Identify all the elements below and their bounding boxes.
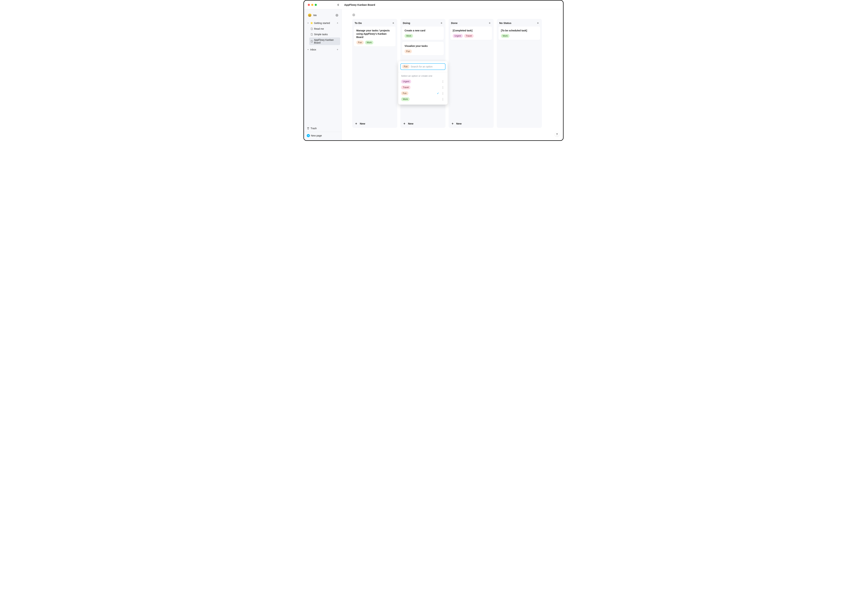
column-add-button[interactable]: ＋: [488, 21, 491, 24]
tag-picker-popup: FunSelect an option or create oneUrgent⋮…: [398, 61, 448, 105]
trash-button[interactable]: Trash: [305, 126, 340, 131]
more-icon[interactable]: ⋮: [441, 92, 445, 95]
new-page-button[interactable]: + New page: [305, 133, 340, 138]
more-icon[interactable]: ⋮: [441, 97, 445, 101]
trash-label: Trash: [311, 127, 317, 130]
column-add-button[interactable]: ＋: [392, 21, 395, 24]
add-page-button[interactable]: ＋: [336, 48, 339, 51]
window-controls: [304, 3, 342, 6]
tag-option-work[interactable]: Work⋮: [401, 97, 446, 102]
card-tags: Work: [501, 34, 538, 38]
column-cards: [To be scheduled task]Work: [497, 27, 542, 128]
sidebar-item-label: Simple tasks: [314, 33, 328, 36]
new-label: New: [408, 122, 413, 125]
sidebar-item-kanban-board[interactable]: AppFlowy Kanban Board: [309, 38, 340, 45]
add-page-button[interactable]: ＋: [336, 21, 339, 25]
card[interactable]: Manage your tasks / projects using AppFl…: [354, 27, 396, 47]
tag-urgent[interactable]: Urgent: [453, 34, 463, 38]
plus-icon: +: [307, 134, 310, 137]
card-title: Create a new card: [405, 29, 441, 32]
plus-icon: ＋: [355, 122, 358, 125]
nav-tree: ▾ ⭐ Getting started ＋ Read me: [304, 20, 342, 53]
plus-icon: ＋: [403, 122, 406, 125]
column-title: No Status: [499, 22, 511, 24]
sidebar-item-simple-tasks[interactable]: Simple tasks: [309, 32, 340, 37]
column-title: Doing: [403, 22, 410, 24]
new-label: New: [456, 122, 462, 125]
more-icon[interactable]: ⋮: [441, 80, 445, 83]
column-cards: Manage your tasks / projects using AppFl…: [352, 27, 397, 120]
tag-work[interactable]: Work: [405, 34, 413, 38]
column-title: Done: [451, 22, 458, 24]
card[interactable]: Visualize your tasksFun: [402, 42, 444, 55]
board-settings-button[interactable]: [352, 13, 563, 16]
document-icon: [311, 28, 313, 30]
card-tags: Work: [405, 34, 441, 38]
user-name: Me: [313, 14, 317, 17]
tag-search-input[interactable]: [411, 65, 444, 68]
page-title: AppFlowy Kanban Board: [342, 3, 375, 6]
card[interactable]: [To be scheduled task]Work: [498, 27, 540, 40]
selected-tag-chip[interactable]: Fun: [402, 65, 409, 69]
close-window-button[interactable]: [308, 4, 310, 6]
card-title: [Completed task]: [453, 29, 490, 32]
column-header: Done＋: [449, 19, 494, 27]
maximize-window-button[interactable]: [315, 4, 317, 6]
card-tags: Fun: [405, 49, 441, 53]
help-button[interactable]: ?: [555, 132, 559, 137]
sidebar-item-readme[interactable]: Read me: [309, 26, 340, 31]
column-add-button[interactable]: ＋: [536, 21, 539, 24]
card-title: [To be scheduled task]: [501, 29, 538, 32]
tag-work[interactable]: Work: [501, 34, 509, 38]
card[interactable]: Create a new cardWork: [402, 27, 444, 40]
check-icon: ✓: [437, 92, 439, 95]
new-label: New: [360, 122, 365, 125]
document-icon: [311, 33, 313, 36]
board-columns: To Do＋Manage your tasks / projects using…: [352, 19, 563, 128]
column-cards: Create a new cardWorkVisualize your task…: [401, 27, 446, 120]
svg-point-3: [353, 14, 354, 16]
sidebar-section-label: Inbox: [310, 48, 316, 51]
collapse-sidebar-button[interactable]: [336, 3, 339, 6]
sidebar-item-label: AppFlowy Kanban Board: [314, 39, 339, 44]
sidebar-section-getting-started[interactable]: ▾ ⭐ Getting started ＋: [305, 20, 340, 26]
tag-travel[interactable]: Travel: [464, 34, 474, 38]
column-header: No Status＋: [497, 19, 542, 27]
sidebar-section-inbox[interactable]: ▾ Inbox ＋: [305, 47, 340, 52]
more-icon[interactable]: ⋮: [441, 86, 445, 89]
tag-search-wrap[interactable]: Fun: [401, 63, 446, 70]
sidebar-section-label: Getting started: [314, 22, 330, 24]
column-title: To Do: [355, 22, 362, 24]
gear-icon[interactable]: [335, 14, 338, 17]
card-tags: FunWork: [357, 41, 393, 44]
column-add-button[interactable]: ＋: [440, 21, 443, 24]
document-icon: [311, 40, 313, 42]
tag-chip: Travel: [401, 85, 410, 89]
tag-option-fun[interactable]: Fun✓⋮: [401, 91, 446, 96]
svg-point-1: [336, 15, 338, 16]
star-icon: ⭐: [310, 22, 313, 24]
column-new-button[interactable]: ＋New: [401, 120, 446, 128]
card-tags: UrgentTravel: [453, 34, 490, 38]
card[interactable]: [Completed task]UrgentTravel: [450, 27, 492, 40]
tag-option-travel[interactable]: Travel⋮: [401, 85, 446, 90]
tag-work[interactable]: Work: [365, 41, 374, 44]
app-window: AppFlowy Kanban Board 😀 Me ▾ ⭐ Getting s…: [303, 0, 564, 141]
user-row[interactable]: 😀 Me: [304, 12, 342, 20]
column-new-button[interactable]: ＋New: [352, 120, 397, 128]
tag-chip: Fun: [401, 91, 408, 95]
tag-fun[interactable]: Fun: [357, 41, 364, 44]
tag-option-urgent[interactable]: Urgent⋮: [401, 79, 446, 84]
chevron-down-icon: ▾: [307, 49, 309, 50]
avatar: 😀: [308, 13, 312, 17]
tag-fun[interactable]: Fun: [405, 49, 412, 53]
chevron-down-icon: ▾: [307, 22, 309, 24]
minimize-window-button[interactable]: [311, 4, 313, 6]
sidebar-item-label: Read me: [314, 27, 324, 30]
plus-icon: ＋: [451, 122, 454, 125]
sidebar: 😀 Me ▾ ⭐ Getting started ＋: [304, 9, 342, 140]
card-title: Visualize your tasks: [405, 44, 441, 48]
column-new-button[interactable]: ＋New: [449, 120, 494, 128]
column-header: To Do＋: [352, 19, 397, 27]
column-todo: To Do＋Manage your tasks / projects using…: [352, 19, 397, 128]
